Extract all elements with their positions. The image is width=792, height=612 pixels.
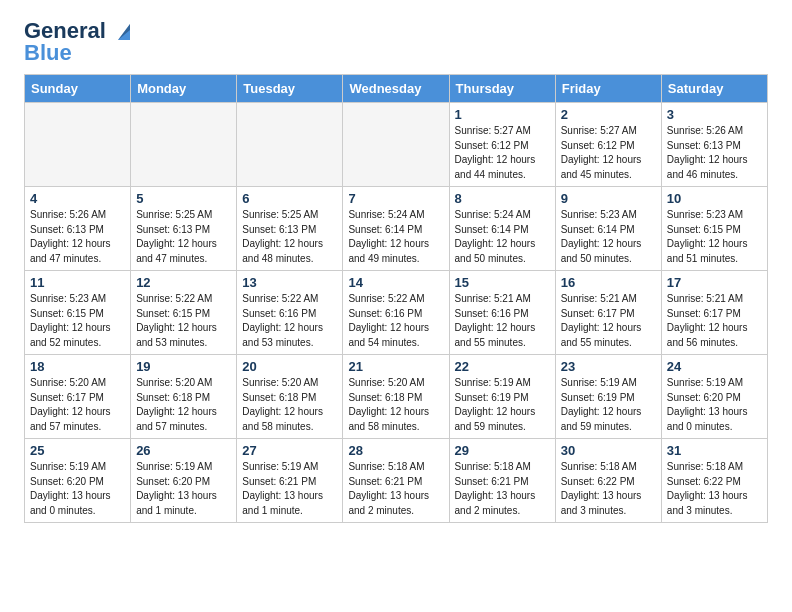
calendar-cell: 29Sunrise: 5:18 AM Sunset: 6:21 PM Dayli… [449, 439, 555, 523]
day-number: 18 [30, 359, 125, 374]
day-of-week-header: Friday [555, 75, 661, 103]
day-number: 13 [242, 275, 337, 290]
day-info: Sunrise: 5:25 AM Sunset: 6:13 PM Dayligh… [136, 208, 231, 266]
calendar-cell: 6Sunrise: 5:25 AM Sunset: 6:13 PM Daylig… [237, 187, 343, 271]
calendar-cell: 19Sunrise: 5:20 AM Sunset: 6:18 PM Dayli… [131, 355, 237, 439]
day-info: Sunrise: 5:21 AM Sunset: 6:17 PM Dayligh… [667, 292, 762, 350]
day-of-week-header: Thursday [449, 75, 555, 103]
calendar-cell: 1Sunrise: 5:27 AM Sunset: 6:12 PM Daylig… [449, 103, 555, 187]
day-number: 19 [136, 359, 231, 374]
day-number: 5 [136, 191, 231, 206]
day-info: Sunrise: 5:19 AM Sunset: 6:21 PM Dayligh… [242, 460, 337, 518]
calendar-cell [237, 103, 343, 187]
calendar-cell: 20Sunrise: 5:20 AM Sunset: 6:18 PM Dayli… [237, 355, 343, 439]
day-info: Sunrise: 5:20 AM Sunset: 6:18 PM Dayligh… [136, 376, 231, 434]
day-number: 14 [348, 275, 443, 290]
logo-icon [110, 20, 132, 42]
calendar-cell: 5Sunrise: 5:25 AM Sunset: 6:13 PM Daylig… [131, 187, 237, 271]
day-info: Sunrise: 5:27 AM Sunset: 6:12 PM Dayligh… [455, 124, 550, 182]
day-number: 30 [561, 443, 656, 458]
calendar-cell: 11Sunrise: 5:23 AM Sunset: 6:15 PM Dayli… [25, 271, 131, 355]
day-number: 4 [30, 191, 125, 206]
day-of-week-header: Monday [131, 75, 237, 103]
day-number: 16 [561, 275, 656, 290]
day-info: Sunrise: 5:19 AM Sunset: 6:20 PM Dayligh… [667, 376, 762, 434]
calendar-cell: 28Sunrise: 5:18 AM Sunset: 6:21 PM Dayli… [343, 439, 449, 523]
calendar-cell: 21Sunrise: 5:20 AM Sunset: 6:18 PM Dayli… [343, 355, 449, 439]
calendar-cell: 13Sunrise: 5:22 AM Sunset: 6:16 PM Dayli… [237, 271, 343, 355]
day-of-week-header: Tuesday [237, 75, 343, 103]
day-info: Sunrise: 5:26 AM Sunset: 6:13 PM Dayligh… [30, 208, 125, 266]
calendar-cell: 25Sunrise: 5:19 AM Sunset: 6:20 PM Dayli… [25, 439, 131, 523]
day-number: 1 [455, 107, 550, 122]
day-number: 20 [242, 359, 337, 374]
calendar-cell: 24Sunrise: 5:19 AM Sunset: 6:20 PM Dayli… [661, 355, 767, 439]
calendar-cell: 27Sunrise: 5:19 AM Sunset: 6:21 PM Dayli… [237, 439, 343, 523]
day-number: 26 [136, 443, 231, 458]
calendar-cell [25, 103, 131, 187]
day-number: 27 [242, 443, 337, 458]
day-info: Sunrise: 5:18 AM Sunset: 6:22 PM Dayligh… [667, 460, 762, 518]
day-info: Sunrise: 5:19 AM Sunset: 6:19 PM Dayligh… [561, 376, 656, 434]
day-number: 15 [455, 275, 550, 290]
day-info: Sunrise: 5:20 AM Sunset: 6:17 PM Dayligh… [30, 376, 125, 434]
day-number: 21 [348, 359, 443, 374]
day-info: Sunrise: 5:20 AM Sunset: 6:18 PM Dayligh… [348, 376, 443, 434]
day-info: Sunrise: 5:20 AM Sunset: 6:18 PM Dayligh… [242, 376, 337, 434]
calendar-cell: 14Sunrise: 5:22 AM Sunset: 6:16 PM Dayli… [343, 271, 449, 355]
calendar-cell: 7Sunrise: 5:24 AM Sunset: 6:14 PM Daylig… [343, 187, 449, 271]
day-info: Sunrise: 5:19 AM Sunset: 6:20 PM Dayligh… [30, 460, 125, 518]
calendar-cell: 30Sunrise: 5:18 AM Sunset: 6:22 PM Dayli… [555, 439, 661, 523]
calendar-cell: 8Sunrise: 5:24 AM Sunset: 6:14 PM Daylig… [449, 187, 555, 271]
calendar-cell: 26Sunrise: 5:19 AM Sunset: 6:20 PM Dayli… [131, 439, 237, 523]
day-number: 2 [561, 107, 656, 122]
day-number: 24 [667, 359, 762, 374]
day-info: Sunrise: 5:18 AM Sunset: 6:21 PM Dayligh… [455, 460, 550, 518]
day-number: 25 [30, 443, 125, 458]
day-info: Sunrise: 5:27 AM Sunset: 6:12 PM Dayligh… [561, 124, 656, 182]
day-number: 12 [136, 275, 231, 290]
day-info: Sunrise: 5:21 AM Sunset: 6:17 PM Dayligh… [561, 292, 656, 350]
day-number: 7 [348, 191, 443, 206]
calendar-cell: 18Sunrise: 5:20 AM Sunset: 6:17 PM Dayli… [25, 355, 131, 439]
day-info: Sunrise: 5:19 AM Sunset: 6:19 PM Dayligh… [455, 376, 550, 434]
day-info: Sunrise: 5:26 AM Sunset: 6:13 PM Dayligh… [667, 124, 762, 182]
day-info: Sunrise: 5:23 AM Sunset: 6:15 PM Dayligh… [30, 292, 125, 350]
day-number: 3 [667, 107, 762, 122]
day-number: 31 [667, 443, 762, 458]
day-info: Sunrise: 5:21 AM Sunset: 6:16 PM Dayligh… [455, 292, 550, 350]
calendar-cell [343, 103, 449, 187]
day-of-week-header: Wednesday [343, 75, 449, 103]
calendar-cell [131, 103, 237, 187]
calendar-cell: 3Sunrise: 5:26 AM Sunset: 6:13 PM Daylig… [661, 103, 767, 187]
day-info: Sunrise: 5:22 AM Sunset: 6:16 PM Dayligh… [348, 292, 443, 350]
day-info: Sunrise: 5:25 AM Sunset: 6:13 PM Dayligh… [242, 208, 337, 266]
calendar-cell: 4Sunrise: 5:26 AM Sunset: 6:13 PM Daylig… [25, 187, 131, 271]
day-of-week-header: Saturday [661, 75, 767, 103]
day-number: 17 [667, 275, 762, 290]
day-info: Sunrise: 5:19 AM Sunset: 6:20 PM Dayligh… [136, 460, 231, 518]
calendar-cell: 2Sunrise: 5:27 AM Sunset: 6:12 PM Daylig… [555, 103, 661, 187]
day-number: 28 [348, 443, 443, 458]
day-number: 23 [561, 359, 656, 374]
day-number: 6 [242, 191, 337, 206]
day-number: 10 [667, 191, 762, 206]
calendar-cell: 10Sunrise: 5:23 AM Sunset: 6:15 PM Dayli… [661, 187, 767, 271]
day-info: Sunrise: 5:23 AM Sunset: 6:14 PM Dayligh… [561, 208, 656, 266]
calendar-cell: 15Sunrise: 5:21 AM Sunset: 6:16 PM Dayli… [449, 271, 555, 355]
day-info: Sunrise: 5:23 AM Sunset: 6:15 PM Dayligh… [667, 208, 762, 266]
day-info: Sunrise: 5:22 AM Sunset: 6:15 PM Dayligh… [136, 292, 231, 350]
day-info: Sunrise: 5:22 AM Sunset: 6:16 PM Dayligh… [242, 292, 337, 350]
calendar-cell: 16Sunrise: 5:21 AM Sunset: 6:17 PM Dayli… [555, 271, 661, 355]
day-info: Sunrise: 5:24 AM Sunset: 6:14 PM Dayligh… [455, 208, 550, 266]
calendar-cell: 12Sunrise: 5:22 AM Sunset: 6:15 PM Dayli… [131, 271, 237, 355]
day-number: 11 [30, 275, 125, 290]
logo-blue-text: Blue [24, 40, 72, 66]
calendar-cell: 17Sunrise: 5:21 AM Sunset: 6:17 PM Dayli… [661, 271, 767, 355]
calendar-cell: 9Sunrise: 5:23 AM Sunset: 6:14 PM Daylig… [555, 187, 661, 271]
day-info: Sunrise: 5:18 AM Sunset: 6:22 PM Dayligh… [561, 460, 656, 518]
day-of-week-header: Sunday [25, 75, 131, 103]
calendar-cell: 31Sunrise: 5:18 AM Sunset: 6:22 PM Dayli… [661, 439, 767, 523]
day-info: Sunrise: 5:24 AM Sunset: 6:14 PM Dayligh… [348, 208, 443, 266]
day-number: 29 [455, 443, 550, 458]
